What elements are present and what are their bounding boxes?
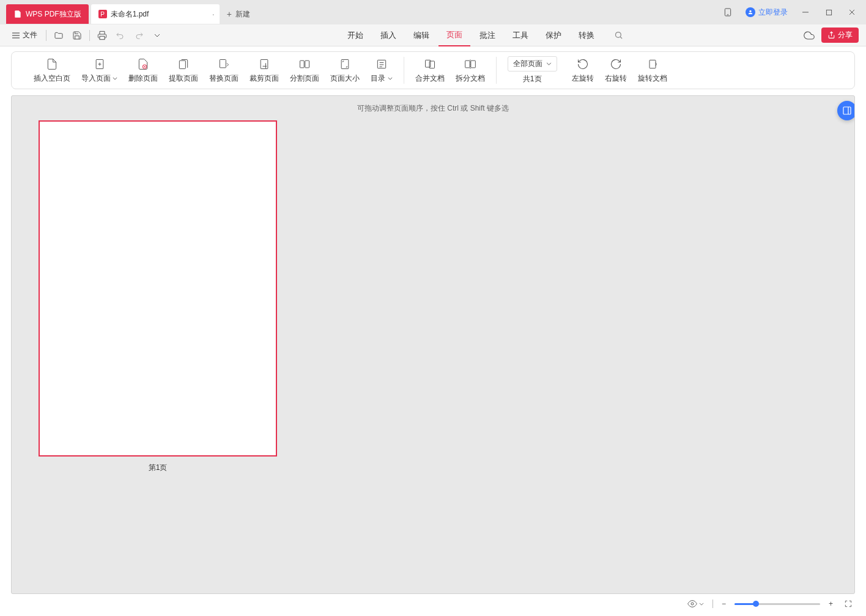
titlebar: WPS PDF独立版 P 未命名1.pdf · + 新建 立即登录 xyxy=(0,0,866,24)
ribbon: 插入空白页 导入页面 删除页面 提取页面 替换页面 裁剪页面 分割页面 页面 xyxy=(11,51,855,89)
delete-page-icon xyxy=(136,57,150,71)
maximize-button[interactable] xyxy=(817,2,840,22)
eye-icon xyxy=(687,599,697,609)
share-icon xyxy=(827,31,835,39)
tab-annotate[interactable]: 批注 xyxy=(472,24,503,46)
zoom-in-button[interactable]: + xyxy=(826,598,835,609)
print-button[interactable] xyxy=(94,27,111,44)
svg-rect-4 xyxy=(826,10,831,15)
pdf-app-icon xyxy=(13,10,22,18)
split-page-button[interactable]: 分割页面 xyxy=(290,57,319,84)
new-tab-label: 新建 xyxy=(235,9,250,20)
merge-doc-button[interactable]: 合并文档 xyxy=(415,57,445,84)
tab-edit[interactable]: 编辑 xyxy=(405,24,437,46)
svg-rect-25 xyxy=(342,59,349,68)
file-menu-label: 文件 xyxy=(23,30,37,40)
split-page-icon xyxy=(298,57,311,71)
file-menu-button[interactable]: 文件 xyxy=(7,28,42,43)
split-doc-icon xyxy=(464,57,477,71)
canvas-hint: 可拖动调整页面顺序，按住 Ctrl 或 Shift 键多选 xyxy=(12,96,854,121)
hamburger-icon xyxy=(12,32,20,38)
replace-page-button[interactable]: 替换页面 xyxy=(209,57,239,84)
rotate-left-button[interactable]: 左旋转 xyxy=(572,57,594,84)
ribbon-group-pages: 插入空白页 导入页面 删除页面 提取页面 替换页面 裁剪页面 分割页面 页面 xyxy=(23,57,404,84)
page-canvas: 可拖动调整页面顺序，按住 Ctrl 或 Shift 键多选 第1页 xyxy=(11,95,855,594)
statusbar: − + xyxy=(685,596,855,611)
ribbon-group-rotate: 左旋转 右旋转 旋转文档 xyxy=(568,57,678,84)
svg-rect-33 xyxy=(471,61,476,68)
page-thumbnail[interactable] xyxy=(39,120,277,457)
svg-rect-35 xyxy=(650,60,656,68)
separator xyxy=(46,30,46,41)
crop-page-icon xyxy=(257,57,271,71)
fullscreen-button[interactable] xyxy=(842,598,855,609)
new-tab-button[interactable]: + 新建 xyxy=(220,4,257,24)
delete-page-button[interactable]: 删除页面 xyxy=(128,57,158,84)
zoom-out-button[interactable]: − xyxy=(719,598,728,609)
merge-doc-icon xyxy=(423,57,437,71)
menubar-left: 文件 xyxy=(7,27,166,44)
insert-blank-page-button[interactable]: 插入空白页 xyxy=(34,57,70,84)
save-button[interactable] xyxy=(68,27,86,44)
plus-icon: + xyxy=(227,9,232,19)
svg-rect-20 xyxy=(180,61,186,68)
close-tab-icon[interactable]: · xyxy=(212,9,215,19)
app-tab[interactable]: WPS PDF独立版 xyxy=(6,4,89,24)
page-count-label: 共1页 xyxy=(523,74,542,84)
rotate-doc-icon xyxy=(646,57,659,71)
rotate-doc-button[interactable]: 旋转文档 xyxy=(638,57,667,84)
crop-page-button[interactable]: 裁剪页面 xyxy=(250,57,279,84)
svg-line-12 xyxy=(620,37,622,38)
svg-rect-36 xyxy=(843,107,851,114)
share-label: 分享 xyxy=(838,30,853,40)
menu-tabs: 开始 插入 编辑 页面 批注 工具 保护 转换 xyxy=(339,24,627,46)
side-panel-toggle-button[interactable] xyxy=(837,101,855,120)
svg-point-38 xyxy=(691,603,694,605)
app-tab-label: WPS PDF独立版 xyxy=(26,9,81,20)
login-button[interactable]: 立即登录 xyxy=(739,7,794,18)
chevron-down-icon xyxy=(546,62,552,65)
tab-protect[interactable]: 保护 xyxy=(538,24,569,46)
cloud-sync-button[interactable] xyxy=(801,27,818,44)
import-page-button[interactable]: 导入页面 xyxy=(81,57,117,84)
tab-page[interactable]: 页面 xyxy=(439,24,470,46)
more-dropdown-button[interactable] xyxy=(149,27,166,44)
split-doc-button[interactable]: 拆分文档 xyxy=(456,57,485,84)
svg-rect-23 xyxy=(300,61,305,68)
page-size-icon xyxy=(338,57,352,71)
document-tab-label: 未命名1.pdf xyxy=(111,9,149,20)
redo-button[interactable] xyxy=(130,27,147,44)
svg-rect-32 xyxy=(465,61,470,68)
menubar: 文件 开始 插入 编辑 页面 批注 工具 保护 转换 xyxy=(0,24,866,46)
tab-convert[interactable]: 转换 xyxy=(571,24,602,46)
view-mode-button[interactable] xyxy=(685,598,706,610)
page-size-button[interactable]: 页面大小 xyxy=(330,57,360,84)
rotate-left-icon xyxy=(576,57,590,71)
import-page-icon xyxy=(93,57,106,71)
page-range-dropdown[interactable]: 全部页面 xyxy=(508,56,557,72)
search-button[interactable] xyxy=(610,27,627,44)
toc-button[interactable]: 目录 xyxy=(371,57,392,84)
login-label: 立即登录 xyxy=(758,7,788,18)
ribbon-group-docs: 合并文档 拆分文档 xyxy=(404,57,496,84)
zoom-slider-thumb[interactable] xyxy=(753,601,759,607)
undo-button[interactable] xyxy=(112,27,129,44)
titlebar-right: 立即登录 xyxy=(716,0,866,24)
svg-point-2 xyxy=(749,10,751,12)
zoom-slider[interactable] xyxy=(735,603,820,605)
panel-icon xyxy=(842,106,852,116)
svg-rect-10 xyxy=(100,36,105,39)
svg-rect-21 xyxy=(220,59,226,67)
open-button[interactable] xyxy=(50,27,67,44)
tab-insert[interactable]: 插入 xyxy=(372,24,404,46)
rotate-right-button[interactable]: 右旋转 xyxy=(605,57,627,84)
document-tab[interactable]: P 未命名1.pdf · xyxy=(91,4,220,24)
close-window-button[interactable] xyxy=(840,2,864,22)
device-icon-button[interactable] xyxy=(716,2,739,22)
tab-start[interactable]: 开始 xyxy=(339,24,371,46)
extract-page-button[interactable]: 提取页面 xyxy=(169,57,198,84)
tab-tools[interactable]: 工具 xyxy=(505,24,536,46)
minimize-button[interactable] xyxy=(794,2,817,22)
menubar-right: 分享 xyxy=(801,27,859,44)
share-button[interactable]: 分享 xyxy=(821,28,859,43)
